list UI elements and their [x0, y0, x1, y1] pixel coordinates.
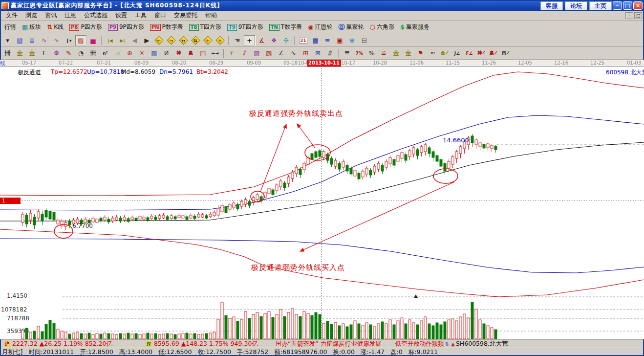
- minimize-button[interactable]: –: [613, 1, 622, 10]
- p-number-table-button[interactable]: PNP数字表: [148, 22, 186, 33]
- menu-item-2[interactable]: 浏览: [21, 11, 41, 20]
- gold-angle-icon[interactable]: 金∠: [439, 48, 451, 58]
- chart-canvas[interactable]: 1.415010781827187883593946.770014.6600极反…: [0, 67, 644, 339]
- next-bar-icon[interactable]: ▶: [141, 35, 152, 45]
- web-mail-icon[interactable]: ⊕: [346, 35, 358, 45]
- t-number-table-button[interactable]: TNT数字表: [267, 22, 305, 33]
- menu-item-4[interactable]: 江恩: [61, 11, 80, 20]
- compress-x-icon[interactable]: ⇆: [190, 35, 201, 45]
- menu-item-8[interactable]: 窗口: [150, 11, 170, 20]
- frame-tool-icon[interactable]: 〒: [227, 48, 238, 58]
- compress-all-icon[interactable]: +: [215, 35, 226, 45]
- circle-cross-icon[interactable]: ⊕: [124, 48, 135, 58]
- wave-3-icon[interactable]: ∿: [39, 35, 50, 45]
- expand-x-icon[interactable]: ↔: [178, 35, 189, 45]
- winner-wheel-button[interactable]: Ⓑ赢家轮: [336, 22, 366, 33]
- parallel-lines-icon[interactable]: ⫻: [324, 48, 336, 58]
- grid-red-icon[interactable]: ⊞: [300, 48, 311, 58]
- spiral-icon[interactable]: ☸: [51, 48, 62, 58]
- fibonacci-icon[interactable]: F: [39, 48, 50, 58]
- crosshair-icon[interactable]: +: [244, 35, 255, 45]
- menu-item-9[interactable]: 交易委托: [170, 11, 201, 20]
- time-circle-icon[interactable]: ◔: [75, 48, 86, 58]
- star-rays-icon[interactable]: ✳: [136, 48, 148, 58]
- ladder-table-icon[interactable]: ≣: [342, 48, 353, 58]
- info-panel-icon[interactable]: ≣: [26, 35, 38, 45]
- menu-item-3[interactable]: 资讯: [41, 11, 61, 20]
- hexagon-button[interactable]: ⬡六角形: [367, 22, 397, 33]
- span-arrows-icon[interactable]: ⇤⇥: [210, 48, 221, 58]
- shen-tool-icon[interactable]: 神: [173, 48, 184, 58]
- fan-lines-icon[interactable]: ⫽: [239, 48, 250, 58]
- maximize-button[interactable]: □: [623, 1, 632, 10]
- active-chart-icon[interactable]: ▨: [75, 35, 86, 45]
- print-icon[interactable]: ⊟: [359, 35, 370, 45]
- zoom-right-icon[interactable]: →: [166, 35, 177, 45]
- j-angle-icon[interactable]: J∠: [451, 48, 463, 58]
- f-angle-icon[interactable]: F∠: [464, 48, 475, 58]
- gold-ratio-icon[interactable]: 金: [14, 48, 25, 58]
- gold-line-icon[interactable]: 金: [403, 48, 414, 58]
- p-square-button[interactable]: P8P四方形: [67, 22, 105, 33]
- mdi-minimize-button[interactable]: –: [625, 12, 633, 19]
- dropdown-caret-icon[interactable]: ▾: [2, 35, 13, 45]
- gann-tool-purple-icon[interactable]: ❖: [268, 35, 279, 45]
- t9-square-button[interactable]: T99T四方形: [225, 22, 266, 33]
- ruler-123-icon[interactable]: ▤: [197, 48, 209, 58]
- histogram-icon[interactable]: ▅: [87, 35, 99, 45]
- grid-blue-icon[interactable]: ⊠: [312, 48, 323, 58]
- angle-line-icon[interactable]: ∠: [276, 48, 287, 58]
- shen-angle-icon[interactable]: 神∠: [476, 48, 487, 58]
- menu-item-5[interactable]: 公式选股: [80, 11, 111, 20]
- candle-style-icon[interactable]: ❙▾: [63, 35, 74, 45]
- menu-item-1[interactable]: 文件: [2, 11, 21, 20]
- winner-service-button[interactable]: $赢家服务: [398, 22, 432, 33]
- k-wave-icon[interactable]: И: [161, 48, 172, 58]
- save-icon[interactable]: ▣: [334, 35, 345, 45]
- calculator-icon[interactable]: ▦: [310, 35, 321, 45]
- n-square-icon[interactable]: n²: [100, 48, 111, 58]
- notes-icon[interactable]: ≡: [322, 35, 333, 45]
- menu-item-6[interactable]: 设置: [111, 11, 131, 20]
- title-quick-button-2[interactable]: 论坛: [565, 1, 587, 10]
- gold-circle-icon[interactable]: 金: [390, 48, 402, 58]
- pen-tool-icon[interactable]: ✎: [63, 48, 74, 58]
- menu-item-10[interactable]: 帮助: [201, 11, 221, 20]
- last-bar-icon[interactable]: ▶|: [117, 35, 128, 45]
- sectors-button[interactable]: ▦板块: [20, 22, 43, 33]
- drag-hand-icon[interactable]: ☚: [232, 35, 243, 45]
- percent-line-icon[interactable]: ≌: [378, 48, 389, 58]
- gann-tool-green-icon[interactable]: ✣: [280, 35, 292, 45]
- mdi-restore-button[interactable]: □: [634, 12, 642, 19]
- percent-icon[interactable]: %: [366, 48, 377, 58]
- t-square-button[interactable]: T8T四方形: [187, 22, 224, 33]
- grid-web-icon[interactable]: ▦: [149, 48, 160, 58]
- zigzag-icon[interactable]: ∿: [288, 48, 299, 58]
- close-button[interactable]: ×: [633, 1, 643, 10]
- ruler2-icon[interactable]: 卌: [87, 48, 99, 58]
- zoom-left-icon[interactable]: ←: [153, 35, 165, 45]
- first-bar-icon[interactable]: |◀: [105, 35, 116, 45]
- title-quick-button-3[interactable]: 主页: [589, 1, 612, 10]
- wave-channel-icon[interactable]: ≈: [427, 48, 438, 58]
- p9-square-button[interactable]: P99P四方形: [106, 22, 147, 33]
- prev-bar-icon[interactable]: ◀: [129, 35, 140, 45]
- title-quick-button-1[interactable]: 客服: [540, 1, 563, 10]
- win-tool-icon[interactable]: 赢: [185, 48, 196, 58]
- wave-9-icon[interactable]: ∿: [51, 35, 62, 45]
- fan-box-icon[interactable]: ▨: [251, 48, 262, 58]
- mirror-angle-icon[interactable]: ⊿: [112, 48, 123, 58]
- gold-ratio2-icon[interactable]: 金: [26, 48, 38, 58]
- percent-7-icon[interactable]: 7%: [354, 48, 365, 58]
- app-icon[interactable]: [1, 2, 9, 9]
- trend-window-icon[interactable]: ▧: [14, 35, 25, 45]
- fan-box2-icon[interactable]: ▧: [263, 48, 275, 58]
- menu-item-7[interactable]: 工具: [131, 11, 150, 20]
- expand-all-icon[interactable]: +: [202, 35, 214, 45]
- kline-button[interactable]: ⇅K线: [44, 22, 66, 33]
- angle-measure-icon[interactable]: ∡: [256, 35, 267, 45]
- gann-ruler-icon[interactable]: 卌: [2, 48, 13, 58]
- four-angle-icon[interactable]: 四∠: [500, 48, 512, 58]
- win-angle-icon[interactable]: 赢∠: [488, 48, 499, 58]
- flag-pen-icon[interactable]: ⚑: [415, 48, 426, 58]
